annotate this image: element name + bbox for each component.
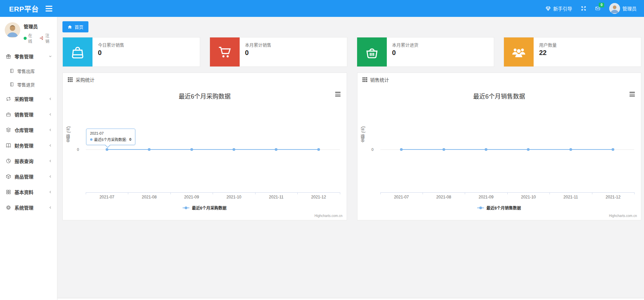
data-point[interactable] xyxy=(442,148,445,151)
gear-icon xyxy=(6,205,11,210)
app-brand: ERP平台 xyxy=(0,3,46,13)
y-axis-tick-label: 0 xyxy=(77,147,79,152)
data-point[interactable] xyxy=(148,148,151,151)
stat-card-month-purchase: 本月累计进货 0 xyxy=(357,37,494,67)
legend-label: 最近6个月采购数据 xyxy=(192,205,226,211)
sidebar-item-label: 仓库管理 xyxy=(15,127,45,133)
book-icon xyxy=(6,143,11,148)
sidebar-item-system[interactable]: 系统管理 xyxy=(0,200,57,215)
sidebar-item-retail-outbound[interactable]: 零售出库 xyxy=(0,64,57,78)
sidebar-item-purchase[interactable]: 采购管理 xyxy=(0,91,57,107)
y-axis-title: 金额 (元) xyxy=(360,126,366,142)
data-point[interactable] xyxy=(485,148,487,151)
chart-title: 最近6个月采购数据 xyxy=(63,86,347,100)
x-axis-tick xyxy=(507,192,508,194)
sidebar-item-retail[interactable]: 零售管理 xyxy=(0,49,57,64)
x-axis-label: 2021-11 xyxy=(549,195,592,199)
sidebar-item-label: 报表查询 xyxy=(15,158,45,164)
sidebar-toggle-icon[interactable] xyxy=(46,4,54,13)
legend-item[interactable]: 最近6个月采购数据 xyxy=(63,205,347,211)
sidebar-item-finance[interactable]: 财务管理 xyxy=(0,138,57,153)
sidebar-item-label: 销售管理 xyxy=(15,111,45,118)
highcharts-credits-link[interactable]: Highcharts.com.cn xyxy=(315,214,343,218)
x-axis-label: 2021-12 xyxy=(297,195,340,199)
stat-card-month-sales: 本月累计销售 0 xyxy=(210,37,347,67)
sidebar-item-reports[interactable]: 报表查询 xyxy=(0,153,57,169)
data-point[interactable] xyxy=(569,148,572,151)
chart-export-menu-icon[interactable] xyxy=(628,91,636,97)
panel-title: 采购统计 xyxy=(76,76,95,83)
logout-label[interactable]: 注销 xyxy=(45,32,53,44)
x-axis-label: 2021-09 xyxy=(465,195,507,199)
y-axis-tick-label: 0 xyxy=(372,147,374,152)
sidebar: 管理员 在线 注销 零售管理 零售出库 xyxy=(0,17,57,300)
legend-item[interactable]: 最近6个月销售数据 xyxy=(357,205,641,211)
stat-label: 本月累计销售 xyxy=(245,42,271,48)
x-axis-tick xyxy=(255,192,256,194)
pie-chart-icon xyxy=(6,158,11,164)
avatar xyxy=(609,3,620,14)
data-point[interactable] xyxy=(106,148,108,151)
x-axis-label: 2021-10 xyxy=(507,195,549,199)
x-axis-tick xyxy=(634,192,635,194)
chevron-left-icon xyxy=(48,112,52,116)
tooltip-series-dot xyxy=(90,138,92,141)
plot-area: 0 2021-072021-082021-092021-102021-11202… xyxy=(86,107,340,193)
data-point[interactable] xyxy=(190,148,193,151)
x-axis-tick xyxy=(549,192,550,194)
package-icon xyxy=(6,174,11,179)
x-axis-tick xyxy=(340,192,340,194)
purchase-stats-panel: 采购统计 最近6个月采购数据 金额 (元) 0 2021-072021-0820… xyxy=(62,73,347,220)
mail-badge: 0 xyxy=(599,3,604,7)
journal-icon xyxy=(9,82,14,87)
guide-button[interactable]: 新手引导 xyxy=(545,5,572,12)
sidebar-item-warehouse[interactable]: 仓库管理 xyxy=(0,122,57,138)
stat-card-user-count: 用户数量 22 xyxy=(504,37,641,67)
sidebar-item-basic-data[interactable]: 基本资料 xyxy=(0,184,57,200)
chart-tooltip: 2021-07 最近6个月采购数据: 0 xyxy=(86,129,135,145)
chevron-down-icon xyxy=(48,54,52,58)
chart-panels: 采购统计 最近6个月采购数据 金额 (元) 0 2021-072021-0820… xyxy=(62,73,641,220)
logout-icon xyxy=(39,36,44,40)
sales-stats-panel: 销售统计 最近6个月销售数据 金额 (元) 0 2021-072021-0820… xyxy=(357,73,642,220)
x-axis-tick xyxy=(380,192,381,194)
sidebar-item-label: 零售管理 xyxy=(15,53,45,60)
stat-card-today-sales: 今日累计销售 0 xyxy=(62,37,200,67)
data-point[interactable] xyxy=(400,148,403,151)
guide-label: 新手引导 xyxy=(553,5,572,12)
x-axis-tick xyxy=(128,192,128,194)
briefcase-icon xyxy=(6,112,11,117)
purchase-chart: 最近6个月采购数据 金额 (元) 0 2021-072021-082021-09… xyxy=(63,86,347,220)
chevron-left-icon xyxy=(48,206,52,210)
data-point[interactable] xyxy=(527,148,530,151)
user-menu[interactable]: 管理员 xyxy=(609,3,637,14)
chart-export-menu-icon[interactable] xyxy=(334,91,342,97)
x-axis-label: 2021-09 xyxy=(170,195,213,199)
sidebar-item-label: 商品管理 xyxy=(15,173,45,180)
x-axis-labels: 2021-072021-082021-092021-102021-112021-… xyxy=(86,195,340,199)
stat-label: 今日累计销售 xyxy=(98,42,124,48)
sidebar-item-sales[interactable]: 销售管理 xyxy=(0,107,57,122)
data-point[interactable] xyxy=(317,148,320,151)
highcharts-credits-link[interactable]: Highcharts.com.cn xyxy=(609,214,637,218)
stat-label: 本月累计进货 xyxy=(392,42,419,48)
sidebar-item-retail-return[interactable]: 零售退货 xyxy=(0,78,57,91)
basket-icon xyxy=(357,37,387,67)
chevron-left-icon xyxy=(48,159,52,163)
home-icon xyxy=(68,25,72,29)
messages-button[interactable]: 0 xyxy=(595,6,600,11)
journal-icon xyxy=(9,69,14,73)
fullscreen-icon xyxy=(581,6,586,11)
x-axis-label: 2021-08 xyxy=(128,195,170,199)
data-point[interactable] xyxy=(233,148,235,151)
sidebar-menu: 零售管理 零售出库 零售退货 采购管理 销售管理 xyxy=(0,49,57,215)
sidebar-item-products[interactable]: 商品管理 xyxy=(0,169,57,184)
data-point[interactable] xyxy=(612,148,614,151)
x-axis-tick xyxy=(592,192,592,194)
breadcrumb: 首页 xyxy=(62,21,641,32)
chevron-left-icon xyxy=(48,174,52,179)
sidebar-item-label: 财务管理 xyxy=(15,142,45,149)
tab-home[interactable]: 首页 xyxy=(62,21,88,32)
fullscreen-button[interactable] xyxy=(581,6,586,11)
data-point[interactable] xyxy=(275,148,277,151)
